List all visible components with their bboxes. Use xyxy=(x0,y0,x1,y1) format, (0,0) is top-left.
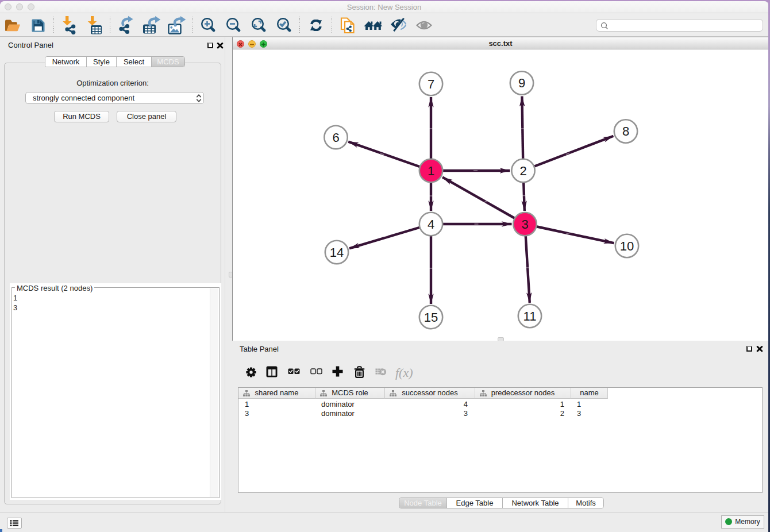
svg-text:7: 7 xyxy=(428,77,434,91)
svg-text:3: 3 xyxy=(521,217,528,232)
svg-text:10: 10 xyxy=(620,239,634,253)
svg-text:8: 8 xyxy=(622,124,629,138)
svg-text:11: 11 xyxy=(523,309,537,323)
svg-text:6: 6 xyxy=(332,130,339,145)
svg-text:4: 4 xyxy=(428,217,434,232)
svg-text:2: 2 xyxy=(519,164,526,178)
svg-text:14: 14 xyxy=(330,245,344,260)
svg-text:1: 1 xyxy=(428,164,434,178)
svg-text:9: 9 xyxy=(518,76,525,90)
svg-text:15: 15 xyxy=(424,310,438,325)
